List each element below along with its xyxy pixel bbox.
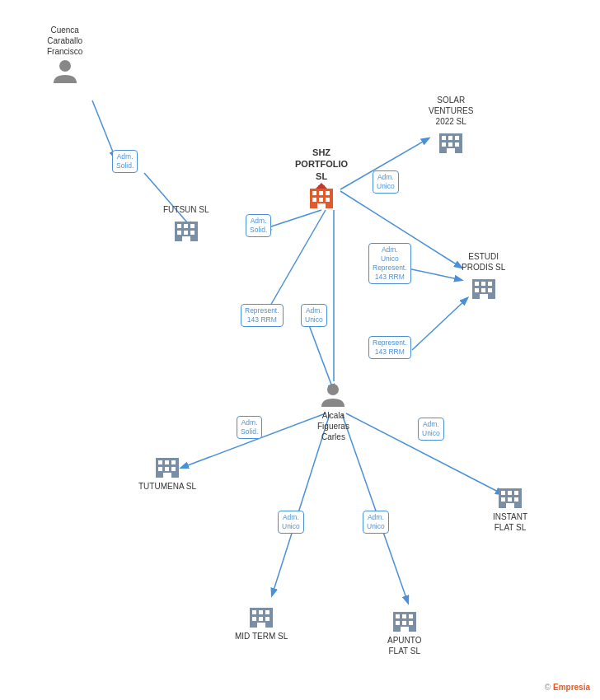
node-cuenca: Cuenca Caraballo Francisco	[47, 25, 82, 86]
svg-line-10	[342, 414, 408, 603]
node-instant: INSTANT FLAT SL	[493, 482, 527, 533]
svg-rect-29	[190, 224, 195, 228]
svg-rect-46	[475, 288, 479, 292]
badge-adm-unico-represent-estudi: Adm.UnicoRepresent.143 RRM	[368, 243, 411, 284]
svg-rect-69	[259, 610, 263, 614]
badge-adm-solid-futsun: Adm. Solid.	[246, 214, 271, 237]
svg-rect-78	[409, 614, 413, 618]
building-icon-futsun	[171, 215, 201, 245]
node-futsun: FUTSUN SL	[163, 204, 209, 245]
svg-rect-31	[184, 231, 188, 235]
svg-point-15	[59, 60, 71, 72]
svg-line-12	[404, 268, 462, 280]
svg-rect-28	[184, 224, 188, 228]
svg-line-14	[412, 298, 467, 350]
svg-rect-48	[488, 288, 492, 292]
node-midterm: MID TERM SL	[235, 601, 288, 642]
badge-adm-unico-apunto: Adm. Unico	[363, 511, 389, 534]
svg-point-50	[327, 384, 339, 395]
building-icon-apunto	[390, 605, 420, 635]
badge-adm-unico-instant: Adm. Unico	[418, 418, 444, 441]
svg-rect-53	[165, 460, 169, 464]
badge-represent-143-1: Represent. 143 RRM	[241, 304, 284, 327]
svg-rect-45	[488, 282, 492, 286]
svg-rect-22	[326, 198, 330, 202]
svg-rect-21	[319, 198, 323, 202]
svg-rect-57	[171, 467, 176, 471]
svg-rect-33	[182, 236, 190, 241]
svg-rect-20	[312, 198, 316, 202]
svg-rect-35	[442, 136, 446, 140]
svg-rect-49	[480, 294, 488, 299]
node-shz: SHZ PORTFOLIO SL	[295, 147, 348, 212]
svg-line-5	[264, 210, 321, 229]
svg-rect-80	[402, 621, 406, 625]
copyright: © Εmpresia	[545, 683, 590, 692]
svg-rect-37	[455, 136, 459, 140]
svg-rect-63	[501, 497, 505, 502]
building-icon-shz	[307, 182, 336, 212]
svg-rect-71	[252, 617, 256, 621]
svg-rect-60	[501, 491, 505, 495]
svg-rect-56	[165, 467, 169, 471]
svg-rect-76	[396, 614, 400, 618]
svg-rect-74	[257, 623, 265, 628]
svg-rect-32	[190, 231, 195, 235]
svg-rect-72	[259, 617, 263, 621]
svg-rect-47	[481, 288, 485, 292]
svg-rect-38	[442, 142, 446, 147]
building-icon-estudi	[469, 273, 499, 302]
svg-rect-39	[448, 142, 452, 147]
svg-rect-52	[158, 460, 162, 464]
svg-rect-43	[475, 282, 479, 286]
person-icon-cuenca	[50, 57, 80, 86]
badge-adm-unico-midterm: Adm. Unico	[278, 511, 304, 534]
svg-line-1	[92, 100, 115, 158]
badge-adm-unico-2: Adm. Unico	[301, 304, 327, 327]
svg-rect-23	[317, 203, 326, 208]
svg-rect-66	[506, 503, 514, 508]
svg-rect-54	[171, 460, 176, 464]
node-apunto: APUNTO FLAT SL	[387, 605, 422, 656]
svg-rect-30	[177, 231, 181, 235]
svg-rect-18	[319, 191, 323, 195]
person-icon-alcala	[318, 380, 348, 410]
badge-adm-solid-1: Adm. Solid.	[112, 150, 138, 173]
node-estudi: ESTUDI PRODIS SL	[462, 251, 505, 302]
badge-adm-solid-alcala: Adm. Solid.	[237, 416, 262, 439]
svg-rect-82	[401, 627, 409, 632]
building-icon-instant	[495, 482, 525, 511]
svg-rect-79	[396, 621, 400, 625]
svg-rect-68	[252, 610, 256, 614]
svg-rect-19	[326, 191, 330, 195]
svg-rect-81	[409, 621, 413, 625]
svg-rect-70	[265, 610, 270, 614]
svg-marker-25	[316, 183, 327, 189]
node-alcala: Alcala Figueras Carles	[317, 380, 349, 442]
svg-rect-65	[514, 497, 518, 502]
building-icon-midterm	[246, 601, 276, 631]
svg-rect-36	[448, 136, 452, 140]
svg-rect-58	[163, 473, 171, 478]
svg-rect-17	[312, 191, 316, 195]
svg-rect-55	[158, 467, 162, 471]
svg-rect-40	[455, 142, 459, 147]
svg-rect-44	[481, 282, 485, 286]
badge-represent-143-2: Represent. 143 RRM	[368, 336, 411, 359]
svg-rect-41	[447, 148, 455, 153]
svg-rect-61	[508, 491, 512, 495]
badge-adm-unico-solar: Adm. Unico	[373, 170, 399, 194]
building-icon-solar	[436, 127, 466, 156]
svg-rect-64	[508, 497, 512, 502]
building-icon-tutumena	[152, 451, 182, 481]
node-tutumena: TUTUMENA SL	[138, 451, 196, 492]
svg-rect-77	[402, 614, 406, 618]
svg-rect-62	[514, 491, 518, 495]
svg-rect-27	[177, 224, 181, 228]
svg-rect-73	[265, 617, 270, 621]
node-solar: SOLAR VENTURES 2022 SL	[429, 95, 473, 156]
